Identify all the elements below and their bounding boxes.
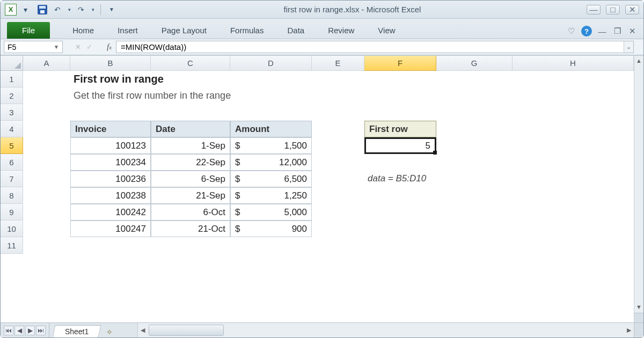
ribbon-right-controls: ♡ ? — ❐ ✕ xyxy=(566,26,637,39)
col-header-e[interactable]: E xyxy=(312,56,364,71)
table-cell[interactable]: 22-Sep xyxy=(151,154,230,171)
select-all-corner[interactable] xyxy=(1,56,23,71)
sheet-nav-first-icon[interactable]: ⏮ xyxy=(4,326,13,335)
table-header-invoice[interactable]: Invoice xyxy=(70,121,151,137)
col-header-c[interactable]: C xyxy=(151,56,230,71)
currency-symbol: $ xyxy=(235,224,240,234)
row-header-6[interactable]: 6 xyxy=(1,154,23,171)
table-cell[interactable]: $900 xyxy=(230,221,312,237)
name-box[interactable]: F5 ▼ xyxy=(4,41,63,53)
col-header-f[interactable]: F xyxy=(364,56,436,71)
col-header-d[interactable]: D xyxy=(230,56,312,71)
table-header-date[interactable]: Date xyxy=(151,121,230,137)
ribbon-tabs: File Home Insert Page Layout Formulas Da… xyxy=(1,19,643,39)
horizontal-scrollbar[interactable]: ◀ ▶ xyxy=(137,323,643,337)
table-cell[interactable]: 21-Sep xyxy=(151,187,230,204)
vertical-split-handle[interactable] xyxy=(634,313,643,322)
cell-subtitle[interactable]: Get the first row number in the range xyxy=(70,87,436,104)
undo-dropdown-icon[interactable]: ▾ xyxy=(66,3,72,16)
name-box-dropdown-icon[interactable]: ▼ xyxy=(54,44,59,50)
sheet-nav-prev-icon[interactable]: ◀ xyxy=(14,326,24,335)
row-header-2[interactable]: 2 xyxy=(1,87,23,104)
vertical-scrollbar[interactable]: ▲ ▼ xyxy=(634,56,643,322)
fx-icon[interactable]: fx xyxy=(103,39,116,55)
result-header[interactable]: First row xyxy=(364,121,436,137)
save-icon[interactable] xyxy=(36,3,49,16)
amount-value: 1,250 xyxy=(284,190,307,201)
tab-data[interactable]: Data xyxy=(275,22,316,39)
undo-icon[interactable]: ↶ xyxy=(51,3,64,16)
tab-review[interactable]: Review xyxy=(316,22,366,39)
row-header-5[interactable]: 5 xyxy=(1,137,23,154)
tab-home[interactable]: Home xyxy=(61,22,106,39)
hscroll-thumb[interactable] xyxy=(149,325,224,336)
customize-qat-icon[interactable]: ▼ xyxy=(105,3,118,16)
table-cell[interactable]: $1,500 xyxy=(230,137,312,154)
sheet-tab-bar: ⏮ ◀ ▶ ⏭ Sheet1 ✧ ◀ ▶ xyxy=(1,322,643,337)
formula-expand-icon[interactable]: ⌄ xyxy=(624,41,633,53)
table-cell[interactable]: 100234 xyxy=(70,154,151,171)
app-icon[interactable]: X xyxy=(5,4,17,16)
table-cell[interactable]: $6,500 xyxy=(230,171,312,187)
tab-view[interactable]: View xyxy=(366,22,407,39)
table-cell[interactable]: 6-Sep xyxy=(151,171,230,187)
table-cell[interactable]: 21-Oct xyxy=(151,221,230,237)
row-header-10[interactable]: 10 xyxy=(1,221,23,237)
horizontal-split-handle[interactable] xyxy=(634,323,643,337)
table-cell[interactable]: $12,000 xyxy=(230,154,312,171)
named-range-note[interactable]: data = B5:D10 xyxy=(364,171,513,187)
redo-dropdown-icon[interactable]: ▾ xyxy=(90,3,96,16)
table-cell[interactable]: 100247 xyxy=(70,221,151,237)
file-tab[interactable]: File xyxy=(7,22,50,39)
scroll-up-icon[interactable]: ▲ xyxy=(634,56,643,65)
new-sheet-icon[interactable]: ✧ xyxy=(103,326,116,337)
table-cell[interactable]: 6-Oct xyxy=(151,204,230,221)
col-header-b[interactable]: B xyxy=(70,56,151,71)
table-header-amount[interactable]: Amount xyxy=(230,121,312,137)
app-menu-dropdown-icon[interactable]: ▾ xyxy=(19,3,32,16)
scroll-left-icon[interactable]: ◀ xyxy=(138,323,148,337)
row-header-7[interactable]: 7 xyxy=(1,171,23,187)
row-header-11[interactable]: 11 xyxy=(1,237,23,254)
currency-symbol: $ xyxy=(235,157,240,168)
cell-title[interactable]: First row in range xyxy=(70,71,364,87)
sheet-nav-last-icon[interactable]: ⏭ xyxy=(36,326,46,335)
row-header-8[interactable]: 8 xyxy=(1,187,23,204)
scroll-right-icon[interactable]: ▶ xyxy=(624,323,634,337)
table-cell[interactable]: 100236 xyxy=(70,171,151,187)
maximize-button[interactable]: □ xyxy=(606,5,620,14)
workbook-restore-icon[interactable]: ❐ xyxy=(612,26,622,36)
row-header-1[interactable]: 1 xyxy=(1,71,23,87)
minimize-ribbon-icon[interactable]: ♡ xyxy=(566,26,576,36)
close-button[interactable]: ✕ xyxy=(625,5,639,14)
minimize-button[interactable]: — xyxy=(587,5,601,14)
worksheet-grid[interactable]: A B C D E F G H 1 2 3 4 5 6 7 8 9 10 11 … xyxy=(1,55,643,322)
currency-symbol: $ xyxy=(235,141,240,151)
sheet-nav-next-icon[interactable]: ▶ xyxy=(25,326,35,335)
row-header-4[interactable]: 4 xyxy=(1,121,23,137)
workbook-close-icon[interactable]: ✕ xyxy=(627,26,637,36)
table-cell[interactable]: $5,000 xyxy=(230,204,312,221)
table-cell[interactable]: 1-Sep xyxy=(151,137,230,154)
scroll-down-icon[interactable]: ▼ xyxy=(634,302,643,312)
amount-value: 5,000 xyxy=(284,207,307,218)
excel-window: X ▾ ↶ ▾ ↷ ▾ ▼ first row in range.xlsx - … xyxy=(0,0,644,338)
table-cell[interactable]: 100123 xyxy=(70,137,151,154)
table-cell[interactable]: 100242 xyxy=(70,204,151,221)
table-cell[interactable]: $1,250 xyxy=(230,187,312,204)
row-header-3[interactable]: 3 xyxy=(1,104,23,121)
formula-input[interactable]: =MIN(ROW(data)) ⌄ xyxy=(116,41,634,53)
workbook-minimize-icon[interactable]: — xyxy=(597,27,607,36)
col-header-g[interactable]: G xyxy=(436,56,513,71)
tab-formulas[interactable]: Formulas xyxy=(218,22,276,39)
redo-icon[interactable]: ↷ xyxy=(75,3,87,16)
sheet-tab-sheet1[interactable]: Sheet1 xyxy=(53,325,101,337)
tab-insert[interactable]: Insert xyxy=(106,22,150,39)
col-header-h[interactable]: H xyxy=(513,56,634,71)
active-cell-f5[interactable]: 5 xyxy=(364,137,436,154)
row-header-9[interactable]: 9 xyxy=(1,204,23,221)
tab-page-layout[interactable]: Page Layout xyxy=(150,22,218,39)
table-cell[interactable]: 100238 xyxy=(70,187,151,204)
help-icon[interactable]: ? xyxy=(581,26,592,36)
col-header-a[interactable]: A xyxy=(23,56,70,71)
